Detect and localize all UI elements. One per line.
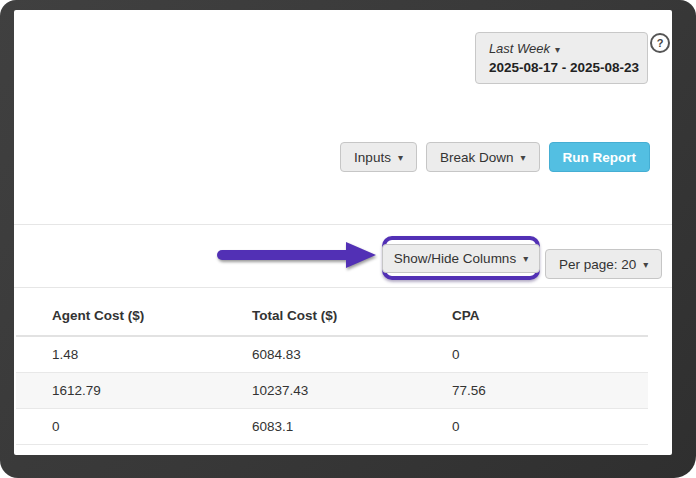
report-panel: Last Week▾ 2025-08-17 - 2025-08-23 ? Inp… [14, 10, 672, 455]
cell-agent-cost: 0 [16, 409, 216, 445]
annotation-highlight-box: Show/Hide Columns ▾ [382, 236, 540, 280]
annotation-arrow-icon [212, 236, 384, 276]
section-divider [14, 224, 672, 225]
report-toolbar: Inputs ▾ Break Down ▾ Run Report [340, 142, 650, 172]
date-range-picker-button[interactable]: Last Week▾ 2025-08-17 - 2025-08-23 [475, 32, 648, 84]
cell-cpa: 0 [416, 336, 648, 373]
break-down-dropdown-button[interactable]: Break Down ▾ [426, 142, 540, 172]
caret-down-icon: ▾ [643, 259, 648, 270]
date-preset-row: Last Week▾ [489, 37, 639, 59]
run-report-label: Run Report [563, 150, 637, 165]
report-table: Agent Cost ($) Total Cost ($) CPA 1.48 6… [16, 287, 648, 445]
cell-total-cost: 10237.43 [216, 373, 416, 409]
caret-down-icon: ▾ [555, 44, 560, 55]
per-page-dropdown-button[interactable]: Per page: 20 ▾ [545, 249, 662, 279]
table-header-row: Agent Cost ($) Total Cost ($) CPA [16, 287, 648, 336]
date-range-value: 2025-08-17 - 2025-08-23 [489, 59, 639, 78]
column-header-total-cost: Total Cost ($) [216, 287, 416, 336]
column-header-cpa: CPA [416, 287, 648, 336]
cell-agent-cost: 1.48 [16, 336, 216, 373]
inputs-dropdown-button[interactable]: Inputs ▾ [340, 142, 417, 172]
cell-cpa: 77.56 [416, 373, 648, 409]
date-preset-label: Last Week [489, 41, 550, 56]
cell-total-cost: 6084.83 [216, 336, 416, 373]
help-glyph: ? [657, 37, 664, 49]
cell-total-cost: 6083.1 [216, 409, 416, 445]
help-icon[interactable]: ? [650, 33, 670, 53]
table-row: 1612.79 10237.43 77.56 [16, 373, 648, 409]
cell-agent-cost: 1612.79 [16, 373, 216, 409]
caret-down-icon: ▾ [523, 253, 528, 264]
run-report-button[interactable]: Run Report [549, 142, 651, 172]
cell-cpa: 0 [416, 409, 648, 445]
inputs-label: Inputs [354, 150, 391, 165]
table-row: 1.48 6084.83 0 [16, 336, 648, 373]
column-header-agent-cost: Agent Cost ($) [16, 287, 216, 336]
report-table-container: Agent Cost ($) Total Cost ($) CPA 1.48 6… [16, 287, 648, 445]
table-row: 0 6083.1 0 [16, 409, 648, 445]
per-page-label: Per page: 20 [559, 257, 636, 272]
caret-down-icon: ▾ [520, 152, 525, 163]
break-down-label: Break Down [440, 150, 514, 165]
show-hide-columns-button[interactable]: Show/Hide Columns ▾ [382, 244, 540, 273]
caret-down-icon: ▾ [398, 152, 403, 163]
show-hide-columns-label: Show/Hide Columns [394, 251, 516, 266]
